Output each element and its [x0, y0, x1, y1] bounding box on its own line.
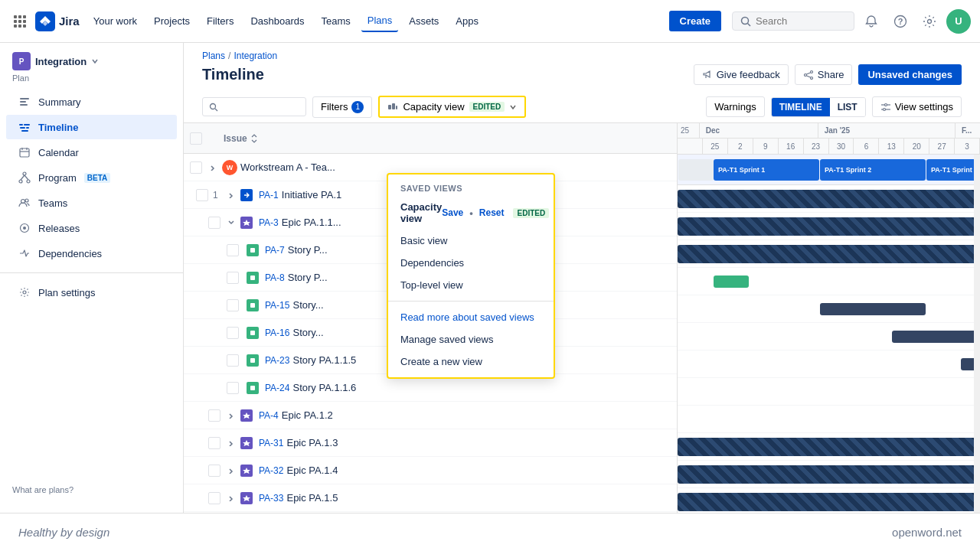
save-action[interactable]: Save — [442, 207, 463, 218]
issue-search-input[interactable] — [223, 101, 299, 112]
nav-apps[interactable]: Apps — [449, 11, 485, 31]
main-content: Plans / Integration Timeline Give feedba… — [184, 43, 980, 513]
breadcrumb-integration[interactable]: Integration — [234, 51, 277, 61]
top-level-view-item[interactable]: Top-level view — [388, 274, 554, 296]
sidebar-item-releases[interactable]: Releases — [6, 216, 177, 240]
summary-icon — [18, 96, 31, 108]
help-button[interactable]: ? — [888, 9, 913, 34]
svg-point-23 — [25, 199, 28, 202]
jira-logo[interactable]: Jira — [35, 11, 80, 31]
sidebar-item-teams[interactable]: Teams — [6, 191, 177, 215]
issue-key[interactable]: PA-31 — [259, 438, 283, 448]
issue-key[interactable]: PA-23 — [265, 355, 289, 366]
issue-row[interactable]: PA-4 Epic PA.1.2 — [184, 402, 677, 429]
issue-name: Workstream A - Tea... — [240, 161, 335, 173]
what-are-plans-link[interactable]: What are plans? — [0, 476, 183, 504]
dependencies-item[interactable]: Dependencies — [388, 252, 554, 274]
issue-row[interactable]: PA-33 Epic PA.1.5 — [184, 484, 677, 512]
svg-rect-8 — [19, 124, 23, 126]
issue-row[interactable]: PA-31 Epic PA.1.3 — [184, 429, 677, 457]
nav-filters[interactable]: Filters — [201, 11, 240, 31]
settings-button[interactable] — [917, 9, 942, 34]
calendar-icon — [18, 146, 31, 158]
timeline-view-button[interactable]: TIMELINE — [772, 98, 830, 116]
issue-name: Epic PA.1.3 — [286, 437, 338, 448]
nav-assets[interactable]: Assets — [403, 11, 445, 31]
breadcrumb: Plans / Integration — [184, 43, 980, 61]
issue-key[interactable]: PA-1 — [259, 190, 279, 201]
dependencies-icon — [18, 247, 31, 259]
sidebar-item-dependencies[interactable]: Dependencies — [6, 241, 177, 266]
create-new-view-link[interactable]: Create a new view — [388, 350, 554, 373]
svg-point-40 — [883, 108, 885, 110]
basic-view-item[interactable]: Basic view — [388, 230, 554, 252]
avatar[interactable]: U — [946, 9, 971, 34]
filters-label: Filters — [321, 101, 348, 112]
view-settings-button[interactable]: View settings — [872, 96, 962, 117]
chevron-down-icon — [91, 57, 99, 65]
issue-name: Epic PA.1.5 — [286, 492, 338, 504]
issue-key[interactable]: PA-33 — [259, 493, 283, 504]
nav-projects[interactable]: Projects — [148, 11, 196, 31]
program-icon — [18, 171, 31, 184]
breadcrumb-plans[interactable]: Plans — [202, 51, 225, 61]
capacity-view-icon — [387, 102, 398, 112]
sidebar-item-plan-settings[interactable]: Plan settings — [6, 280, 177, 305]
nav-plans[interactable]: Plans — [361, 10, 399, 32]
issue-key[interactable]: PA-7 — [265, 245, 285, 256]
issue-key[interactable]: PA-16 — [265, 328, 289, 338]
capacity-view-item[interactable]: Capacity view Save • Reset EDITED — [388, 196, 554, 230]
nav-your-work[interactable]: Your work — [87, 11, 143, 31]
read-more-link[interactable]: Read more about saved views — [388, 306, 554, 328]
megaphone-icon — [702, 70, 713, 80]
filter-search-box[interactable] — [202, 97, 306, 116]
unsaved-changes-button[interactable]: Unsaved changes — [858, 64, 962, 85]
give-feedback-button[interactable]: Give feedback — [694, 64, 789, 85]
create-button[interactable]: Create — [669, 11, 721, 31]
svg-point-19 — [27, 180, 30, 183]
sidebar-plan-settings-label: Plan settings — [38, 287, 95, 298]
svg-rect-10 — [20, 127, 25, 129]
page-title: Timeline — [202, 66, 264, 83]
issue-key[interactable]: PA-24 — [265, 383, 289, 393]
list-view-button[interactable]: LIST — [830, 98, 865, 116]
search-input[interactable] — [756, 15, 840, 27]
issue-key[interactable]: PA-8 — [265, 272, 285, 283]
svg-point-17 — [23, 172, 26, 175]
sidebar-releases-label: Releases — [38, 223, 80, 234]
issue-name: Story P... — [288, 272, 328, 283]
search-icon-2 — [209, 103, 218, 112]
sidebar-item-timeline[interactable]: Timeline — [6, 115, 177, 139]
grid-icon[interactable] — [9, 11, 31, 32]
svg-rect-13 — [20, 148, 29, 157]
svg-point-29 — [804, 73, 806, 76]
issue-key[interactable]: PA-4 — [259, 410, 279, 421]
notifications-button[interactable] — [859, 9, 884, 34]
nav-dashboards[interactable]: Dashboards — [244, 11, 310, 31]
svg-point-32 — [211, 103, 216, 109]
manage-saved-link[interactable]: Manage saved views — [388, 328, 554, 350]
search-box[interactable] — [732, 11, 854, 31]
filter-count-badge: 1 — [351, 101, 364, 113]
issue-name: Epic PA.1.1... — [282, 217, 341, 228]
svg-rect-6 — [20, 101, 26, 103]
nav-teams[interactable]: Teams — [315, 11, 357, 31]
svg-rect-34 — [388, 105, 391, 109]
issue-key[interactable]: PA-3 — [259, 217, 279, 228]
sidebar-item-program[interactable]: Program BETA — [6, 165, 177, 190]
sidebar-item-summary[interactable]: Summary — [6, 90, 177, 114]
issue-key[interactable]: PA-32 — [259, 465, 283, 476]
warnings-button[interactable]: Warnings — [706, 96, 764, 117]
share-button[interactable]: Share — [795, 64, 853, 85]
capacity-view-button[interactable]: Capacity view EDITED — [378, 96, 526, 118]
program-beta-badge: BETA — [84, 173, 110, 183]
reset-action[interactable]: Reset — [479, 207, 505, 218]
sidebar-item-calendar[interactable]: Calendar — [6, 140, 177, 165]
issue-row[interactable]: PA-32 Epic PA.1.4 — [184, 457, 677, 484]
issue-name: Story PA.1.1.6 — [292, 382, 356, 393]
svg-point-26 — [23, 291, 26, 294]
issue-key[interactable]: PA-15 — [265, 300, 289, 311]
sidebar: P Integration Plan Summary Timeline Cale… — [0, 43, 184, 513]
filters-button[interactable]: Filters 1 — [312, 96, 372, 118]
svg-rect-7 — [20, 104, 28, 106]
